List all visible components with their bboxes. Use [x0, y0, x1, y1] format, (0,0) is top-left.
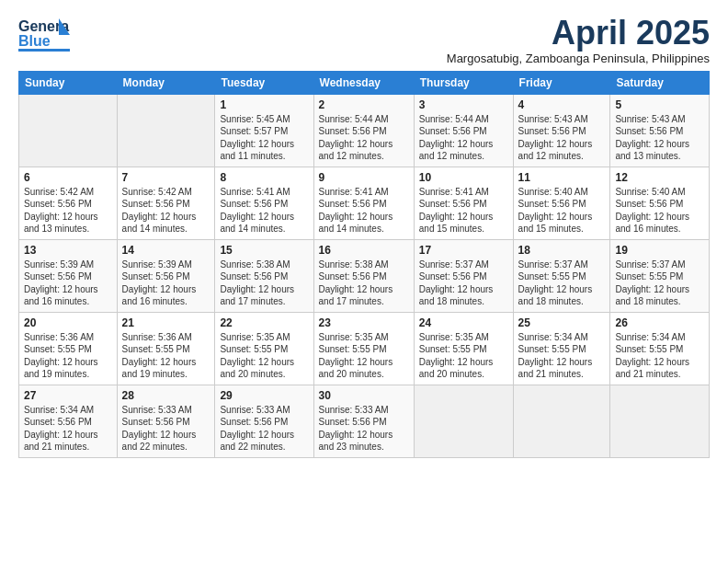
calendar-cell: 3Sunrise: 5:44 AM Sunset: 5:56 PM Daylig… — [414, 94, 513, 167]
day-info: Sunrise: 5:40 AM Sunset: 5:56 PM Dayligh… — [518, 186, 606, 236]
day-number: 24 — [419, 316, 508, 329]
day-info: Sunrise: 5:37 AM Sunset: 5:56 PM Dayligh… — [419, 259, 508, 308]
day-info: Sunrise: 5:42 AM Sunset: 5:56 PM Dayligh… — [122, 186, 210, 236]
day-number: 8 — [220, 171, 308, 184]
day-info: Sunrise: 5:37 AM Sunset: 5:55 PM Dayligh… — [615, 259, 704, 308]
calendar-cell: 8Sunrise: 5:41 AM Sunset: 5:56 PM Daylig… — [215, 167, 313, 239]
day-info: Sunrise: 5:41 AM Sunset: 5:56 PM Dayligh… — [220, 186, 308, 236]
calendar-cell: 4Sunrise: 5:43 AM Sunset: 5:56 PM Daylig… — [513, 94, 610, 167]
day-info: Sunrise: 5:34 AM Sunset: 5:55 PM Dayligh… — [518, 331, 606, 381]
day-info: Sunrise: 5:44 AM Sunset: 5:56 PM Dayligh… — [319, 113, 409, 163]
day-info: Sunrise: 5:39 AM Sunset: 5:56 PM Dayligh… — [24, 259, 112, 308]
day-number: 21 — [122, 316, 210, 329]
day-info: Sunrise: 5:44 AM Sunset: 5:56 PM Dayligh… — [419, 113, 508, 163]
calendar-cell: 23Sunrise: 5:35 AM Sunset: 5:55 PM Dayli… — [313, 312, 414, 385]
calendar-cell: 15Sunrise: 5:38 AM Sunset: 5:56 PM Dayli… — [215, 239, 313, 312]
svg-rect-3 — [18, 49, 70, 52]
calendar-cell: 2Sunrise: 5:44 AM Sunset: 5:56 PM Daylig… — [313, 94, 414, 167]
calendar-cell: 13Sunrise: 5:39 AM Sunset: 5:56 PM Dayli… — [19, 239, 118, 312]
header-thursday: Thursday — [414, 71, 513, 94]
header-friday: Friday — [513, 71, 610, 94]
day-number: 4 — [518, 98, 606, 111]
calendar-cell: 1Sunrise: 5:45 AM Sunset: 5:57 PM Daylig… — [215, 94, 313, 167]
header-monday: Monday — [117, 71, 215, 94]
day-number: 10 — [419, 171, 508, 184]
day-number: 15 — [220, 244, 308, 257]
calendar-cell — [610, 385, 710, 457]
calendar-week-5: 27Sunrise: 5:34 AM Sunset: 5:56 PM Dayli… — [19, 385, 710, 457]
day-number: 9 — [319, 171, 409, 184]
calendar-cell: 10Sunrise: 5:41 AM Sunset: 5:56 PM Dayli… — [414, 167, 513, 239]
calendar-week-2: 6Sunrise: 5:42 AM Sunset: 5:56 PM Daylig… — [19, 167, 710, 239]
day-info: Sunrise: 5:33 AM Sunset: 5:56 PM Dayligh… — [319, 404, 409, 454]
day-number: 1 — [220, 98, 308, 111]
calendar-cell: 25Sunrise: 5:34 AM Sunset: 5:55 PM Dayli… — [513, 312, 610, 385]
calendar-cell: 26Sunrise: 5:34 AM Sunset: 5:55 PM Dayli… — [610, 312, 710, 385]
day-number: 12 — [615, 171, 704, 184]
month-title: April 2025 — [447, 15, 710, 52]
day-number: 2 — [319, 98, 409, 111]
day-number: 28 — [122, 389, 210, 402]
day-info: Sunrise: 5:38 AM Sunset: 5:56 PM Dayligh… — [319, 259, 409, 308]
day-info: Sunrise: 5:34 AM Sunset: 5:55 PM Dayligh… — [615, 331, 704, 381]
day-number: 19 — [615, 244, 704, 257]
calendar-cell: 21Sunrise: 5:36 AM Sunset: 5:55 PM Dayli… — [117, 312, 215, 385]
day-number: 3 — [419, 98, 508, 111]
calendar-cell: 29Sunrise: 5:33 AM Sunset: 5:56 PM Dayli… — [215, 385, 313, 457]
calendar-cell: 18Sunrise: 5:37 AM Sunset: 5:55 PM Dayli… — [513, 239, 610, 312]
day-number: 26 — [615, 316, 704, 329]
day-info: Sunrise: 5:34 AM Sunset: 5:56 PM Dayligh… — [24, 404, 112, 454]
day-number: 13 — [24, 244, 112, 257]
day-info: Sunrise: 5:39 AM Sunset: 5:56 PM Dayligh… — [122, 259, 210, 308]
day-number: 25 — [518, 316, 606, 329]
page: General Blue April 2025 Margosatubig, Za… — [0, 0, 728, 467]
day-info: Sunrise: 5:43 AM Sunset: 5:56 PM Dayligh… — [615, 113, 704, 163]
day-info: Sunrise: 5:35 AM Sunset: 5:55 PM Dayligh… — [419, 331, 508, 381]
day-number: 11 — [518, 171, 606, 184]
calendar-cell: 30Sunrise: 5:33 AM Sunset: 5:56 PM Dayli… — [313, 385, 414, 457]
header-wednesday: Wednesday — [313, 71, 414, 94]
day-number: 18 — [518, 244, 606, 257]
day-info: Sunrise: 5:40 AM Sunset: 5:56 PM Dayligh… — [615, 186, 704, 236]
header-tuesday: Tuesday — [215, 71, 313, 94]
day-info: Sunrise: 5:36 AM Sunset: 5:55 PM Dayligh… — [24, 331, 112, 381]
logo-icon: General Blue — [18, 15, 70, 53]
calendar-cell: 28Sunrise: 5:33 AM Sunset: 5:56 PM Dayli… — [117, 385, 215, 457]
day-info: Sunrise: 5:42 AM Sunset: 5:56 PM Dayligh… — [24, 186, 112, 236]
calendar-cell: 17Sunrise: 5:37 AM Sunset: 5:56 PM Dayli… — [414, 239, 513, 312]
day-number: 6 — [24, 171, 112, 184]
day-info: Sunrise: 5:36 AM Sunset: 5:55 PM Dayligh… — [122, 331, 210, 381]
logo: General Blue — [18, 15, 74, 53]
calendar-cell: 14Sunrise: 5:39 AM Sunset: 5:56 PM Dayli… — [117, 239, 215, 312]
calendar-cell: 20Sunrise: 5:36 AM Sunset: 5:55 PM Dayli… — [19, 312, 118, 385]
calendar-cell: 22Sunrise: 5:35 AM Sunset: 5:55 PM Dayli… — [215, 312, 313, 385]
calendar-week-3: 13Sunrise: 5:39 AM Sunset: 5:56 PM Dayli… — [19, 239, 710, 312]
calendar-week-4: 20Sunrise: 5:36 AM Sunset: 5:55 PM Dayli… — [19, 312, 710, 385]
day-info: Sunrise: 5:35 AM Sunset: 5:55 PM Dayligh… — [220, 331, 308, 381]
title-block: April 2025 Margosatubig, Zamboanga Penin… — [447, 15, 710, 65]
calendar: Sunday Monday Tuesday Wednesday Thursday… — [18, 71, 710, 458]
calendar-cell — [513, 385, 610, 457]
day-number: 14 — [122, 244, 210, 257]
subtitle: Margosatubig, Zamboanga Peninsula, Phili… — [447, 52, 710, 65]
day-info: Sunrise: 5:33 AM Sunset: 5:56 PM Dayligh… — [220, 404, 308, 454]
day-info: Sunrise: 5:35 AM Sunset: 5:55 PM Dayligh… — [319, 331, 409, 381]
day-number: 20 — [24, 316, 112, 329]
day-info: Sunrise: 5:33 AM Sunset: 5:56 PM Dayligh… — [122, 404, 210, 454]
calendar-cell: 9Sunrise: 5:41 AM Sunset: 5:56 PM Daylig… — [313, 167, 414, 239]
day-info: Sunrise: 5:41 AM Sunset: 5:56 PM Dayligh… — [319, 186, 409, 236]
calendar-week-1: 1Sunrise: 5:45 AM Sunset: 5:57 PM Daylig… — [19, 94, 710, 167]
calendar-cell: 16Sunrise: 5:38 AM Sunset: 5:56 PM Dayli… — [313, 239, 414, 312]
day-info: Sunrise: 5:41 AM Sunset: 5:56 PM Dayligh… — [419, 186, 508, 236]
day-number: 30 — [319, 389, 409, 402]
calendar-cell — [19, 94, 118, 167]
header: General Blue April 2025 Margosatubig, Za… — [18, 15, 710, 65]
day-info: Sunrise: 5:45 AM Sunset: 5:57 PM Dayligh… — [220, 113, 308, 163]
header-sunday: Sunday — [19, 71, 118, 94]
header-saturday: Saturday — [610, 71, 710, 94]
calendar-cell: 11Sunrise: 5:40 AM Sunset: 5:56 PM Dayli… — [513, 167, 610, 239]
calendar-cell — [414, 385, 513, 457]
svg-text:Blue: Blue — [18, 33, 51, 49]
calendar-header-row: Sunday Monday Tuesday Wednesday Thursday… — [19, 71, 710, 94]
day-number: 7 — [122, 171, 210, 184]
